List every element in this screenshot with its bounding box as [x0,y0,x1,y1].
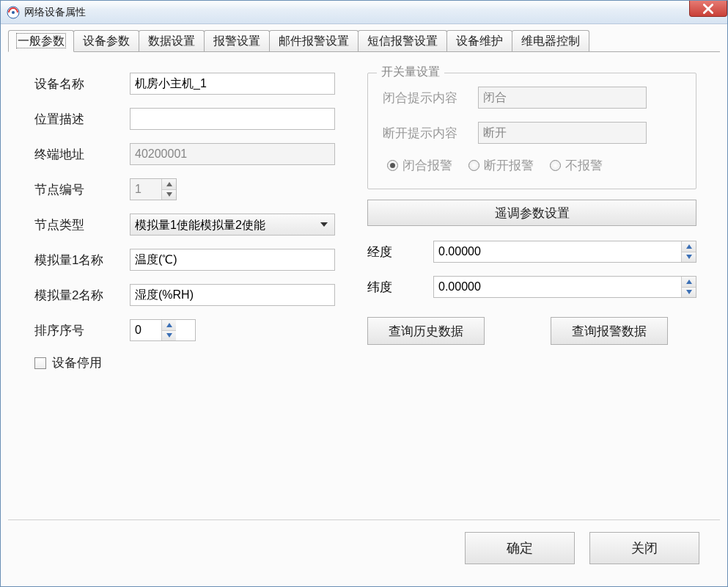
remote-params-button[interactable]: 遥调参数设置 [367,200,696,226]
radio-open-alarm[interactable]: 断开报警 [468,157,534,174]
tab-bar: 一般参数 设备参数 数据设置 报警设置 邮件报警设置 短信报警设置 设备维护 维… [8,30,720,52]
terminal-addr-label: 终端地址 [34,146,130,163]
sort-no-down[interactable] [162,331,176,341]
radio-dot-icon [387,160,398,171]
radio-dot-icon [468,160,479,171]
query-history-button[interactable]: 查询历史数据 [367,317,485,345]
tab-email-alarm[interactable]: 邮件报警设置 [269,30,359,51]
switch-group-title: 开关量设置 [377,65,444,80]
chevron-down-icon [686,290,692,294]
close-icon [703,4,713,14]
node-no-value [130,179,161,200]
device-name-label: 设备名称 [34,76,130,92]
location-label: 位置描述 [34,111,130,128]
analog2-label: 模拟量2名称 [34,287,130,304]
query-alarm-button[interactable]: 查询报警数据 [551,317,668,345]
sort-no-up[interactable] [162,320,176,331]
node-no-up[interactable] [162,179,176,190]
latitude-down[interactable] [682,288,696,298]
footer: 确定 关闭 [8,519,720,577]
longitude-label: 经度 [367,244,433,260]
sort-no-label: 排序序号 [34,322,130,339]
node-no-spinner [130,178,177,200]
sort-no-value[interactable] [130,320,161,340]
chevron-down-icon [686,255,692,259]
app-icon [7,6,20,19]
longitude-down[interactable] [682,252,696,263]
device-name-input[interactable] [130,73,335,95]
latitude-spinner[interactable] [433,276,696,298]
tab-general[interactable]: 一般参数 [8,30,74,52]
svg-point-1 [12,11,15,14]
analog1-label: 模拟量1名称 [34,252,130,269]
window-close-button[interactable] [689,1,727,17]
sort-no-spinner[interactable] [130,319,196,341]
chevron-up-icon [686,244,692,249]
close-prompt-input [478,87,647,109]
longitude-up[interactable] [682,241,696,252]
longitude-input[interactable] [434,241,681,262]
node-no-down[interactable] [162,190,176,200]
chevron-up-icon [686,280,692,284]
tab-alarm-settings[interactable]: 报警设置 [204,30,270,51]
node-type-combo[interactable]: 模拟量1使能模拟量2使能 [130,214,335,236]
client-area: 一般参数 设备参数 数据设置 报警设置 邮件报警设置 短信报警设置 设备维护 维… [1,24,727,586]
right-column: 开关量设置 闭合提示内容 断开提示内容 闭合报警 [367,73,696,511]
left-column: 设备名称 位置描述 终端地址 节点编号 [34,73,350,511]
switch-groupbox: 开关量设置 闭合提示内容 断开提示内容 闭合报警 [367,73,696,189]
tab-data-settings[interactable]: 数据设置 [139,30,205,51]
analog1-input[interactable] [130,249,335,271]
longitude-spinner[interactable] [433,241,696,263]
device-disabled-label: 设备停用 [52,354,102,371]
open-prompt-input [478,122,647,144]
tab-relay-control[interactable]: 维电器控制 [512,30,589,51]
form-area: 设备名称 位置描述 终端地址 节点编号 [8,52,720,519]
window: 网络设备属性 一般参数 设备参数 数据设置 报警设置 邮件报警设置 短信报警设置… [0,0,728,587]
window-title: 网络设备属性 [24,6,86,19]
chevron-down-icon [166,192,172,197]
analog2-input[interactable] [130,284,335,306]
latitude-up[interactable] [682,277,696,288]
close-prompt-label: 闭合提示内容 [383,90,478,106]
tab-device-params[interactable]: 设备参数 [73,30,139,51]
alarm-radio-group: 闭合报警 断开报警 不报警 [383,157,681,174]
device-disabled-checkbox[interactable] [34,357,46,369]
chevron-up-icon [166,323,172,327]
tab-sms-alarm[interactable]: 短信报警设置 [358,30,447,51]
chevron-up-icon [166,182,172,186]
close-button[interactable]: 关闭 [589,532,699,564]
radio-no-alarm[interactable]: 不报警 [550,157,603,174]
terminal-addr-input [130,143,335,165]
tab-maintenance[interactable]: 设备维护 [446,30,512,51]
latitude-input[interactable] [434,277,681,297]
radio-close-alarm[interactable]: 闭合报警 [387,157,452,174]
location-input[interactable] [130,108,335,130]
latitude-label: 纬度 [367,279,433,296]
open-prompt-label: 断开提示内容 [383,125,478,142]
ok-button[interactable]: 确定 [465,532,575,564]
radio-dot-icon [550,160,561,171]
titlebar: 网络设备属性 [1,1,727,24]
device-disabled-row[interactable]: 设备停用 [34,354,350,371]
node-type-label: 节点类型 [34,216,130,233]
node-no-label: 节点编号 [34,181,130,198]
chevron-down-icon [166,333,172,338]
